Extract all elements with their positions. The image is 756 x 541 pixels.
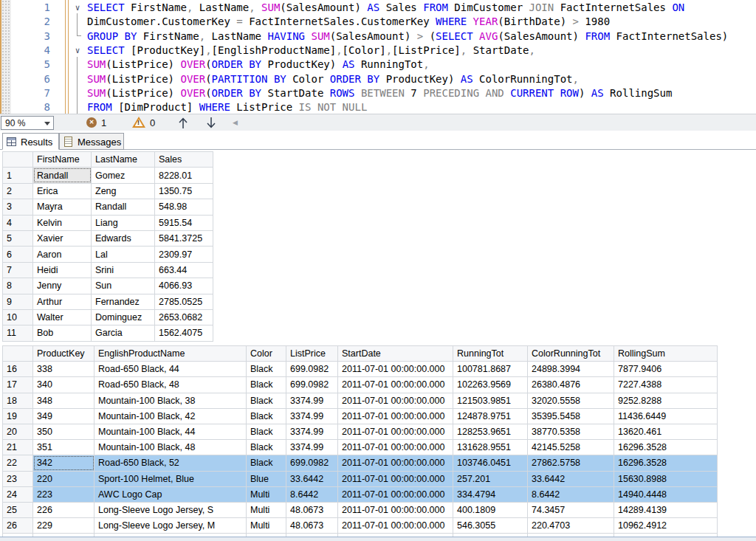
grid-cell[interactable]: Road-650 Black, 52 [94,455,247,471]
tab-messages[interactable]: Messages [59,133,124,150]
grid-cell[interactable]: 2653.0682 [155,309,213,325]
grid-cell[interactable]: 74.3457 [528,502,614,517]
row-number-cell[interactable]: 3 [3,199,33,215]
grid-cell[interactable]: 546.3055 [453,518,528,534]
row-number-cell[interactable]: 26 [3,518,33,534]
grid-cell[interactable]: 1562.4075 [155,325,213,341]
grid-column-header[interactable]: ProductKey [33,346,94,362]
row-number-cell[interactable]: 23 [3,471,33,486]
grid-cell[interactable]: Jenny [33,278,92,294]
chevron-down-icon[interactable] [44,122,50,125]
grid-cell[interactable]: 2011-07-01 00:00:00.000 [338,393,453,408]
grid-cell[interactable]: 663.44 [155,262,213,278]
row-number-cell[interactable]: 18 [3,393,33,408]
grid-cell[interactable]: 5841.3725 [155,230,213,246]
grid-cell[interactable]: 121503.9851 [453,393,528,408]
grid-cell[interactable]: 220 [33,471,94,486]
code-line[interactable]: 5SUM(ListPrice) OVER(ORDER BY ProductKey… [0,58,756,72]
grid-cell[interactable]: 24898.3994 [528,362,614,377]
grid-cell[interactable]: 2011-07-01 00:00:00.000 [338,424,453,439]
grid-cell[interactable]: 35395.5458 [528,408,614,424]
grid-cell[interactable]: AWC Logo Cap [94,486,247,502]
row-number-cell[interactable]: 20 [3,424,33,439]
row-number-cell[interactable]: 19 [3,408,33,424]
grid-column-header[interactable]: FirstName [33,152,92,168]
grid-cell[interactable]: 14289.4139 [614,502,718,517]
row-number-cell[interactable]: 22 [3,455,33,471]
grid-column-header[interactable]: RollingSum [614,346,718,362]
row-number-cell[interactable]: 7 [3,262,33,278]
grid-cell[interactable]: Randall [33,168,92,183]
grid-cell[interactable]: 340 [33,377,94,393]
grid-column-header[interactable]: LastName [92,152,155,168]
grid-corner-cell[interactable] [3,346,33,362]
zoom-level-combo[interactable]: 90 % [1,116,54,130]
grid-cell[interactable]: Multi [247,486,286,502]
grid-column-header[interactable]: EnglishProductName [94,346,247,362]
code-line[interactable]: 2DimCustomer.CustomerKey = FactInternetS… [0,15,756,29]
grid-cell[interactable]: 11436.6449 [614,408,718,424]
row-number-cell[interactable]: 10 [3,309,33,325]
grid-cell[interactable]: 229 [33,518,94,534]
grid-column-header[interactable]: Color [247,346,286,362]
grid-cell[interactable]: Long-Sleeve Logo Jersey, M [94,518,247,534]
grid-cell[interactable]: 3374.99 [286,424,338,439]
grid-cell[interactable]: 8.6442 [528,486,614,502]
grid-cell[interactable]: Long-Sleeve Logo Jersey, S [94,502,247,517]
grid-cell[interactable]: Black [247,393,286,408]
grid-cell[interactable]: Lal [92,247,155,262]
grid-cell[interactable]: 102263.9569 [453,377,528,393]
sql-code-editor[interactable]: 1∨SELECT FirstName, LastName, SUM(SalesA… [0,0,756,114]
grid-cell[interactable]: 2011-07-01 00:00:00.000 [338,362,453,377]
grid-cell[interactable]: 220.4703 [528,518,614,534]
row-number-cell[interactable]: 17 [3,377,33,393]
code-line[interactable]: 7SUM(ListPrice) OVER(ORDER BY StartDate … [0,86,756,100]
grid-cell[interactable]: 8.6442 [286,486,338,502]
grid-cell[interactable]: 26380.4876 [528,377,614,393]
grid-cell[interactable]: 350 [33,424,94,439]
grid-cell[interactable]: 699.0982 [286,362,338,377]
grid-cell[interactable]: Erica [33,183,92,199]
grid-cell[interactable]: 226 [33,502,94,517]
row-number-cell[interactable]: 8 [3,278,33,294]
grid-cell[interactable]: Mountain-100 Black, 42 [94,408,247,424]
grid-cell[interactable]: Garcia [92,325,155,341]
grid-cell[interactable]: 124878.9751 [453,408,528,424]
grid-cell[interactable]: 349 [33,408,94,424]
grid-column-header[interactable]: RunningTot [453,346,528,362]
grid-cell[interactable]: Randall [92,199,155,215]
grid-cell[interactable]: 2011-07-01 00:00:00.000 [338,440,453,455]
grid-cell[interactable]: Heidi [33,262,92,278]
grid-cell[interactable]: Xavier [33,230,92,246]
grid-column-header[interactable]: ListPrice [286,346,338,362]
grid-cell[interactable]: 2011-07-01 00:00:00.000 [338,518,453,534]
grid-cell[interactable]: Road-650 Black, 48 [94,377,247,393]
code-line[interactable]: 1∨SELECT FirstName, LastName, SUM(SalesA… [0,1,756,15]
grid-cell[interactable]: 338 [33,362,94,377]
row-number-cell[interactable]: 1 [3,168,33,183]
grid-cell[interactable]: 16296.3528 [614,455,718,471]
grid-cell[interactable]: Zeng [92,183,155,199]
grid-cell[interactable]: 548.98 [155,199,213,215]
grid-cell[interactable]: Walter [33,309,92,325]
grid-cell[interactable]: 100781.8687 [453,362,528,377]
grid-cell[interactable]: 3374.99 [286,408,338,424]
grid-cell[interactable]: 9252.8288 [614,393,718,408]
grid-cell[interactable]: 348 [33,393,94,408]
grid-cell[interactable]: 15630.8988 [614,471,718,486]
grid-cell[interactable]: Black [247,424,286,439]
grid-cell[interactable]: Multi [247,502,286,517]
grid-cell[interactable]: 2011-07-01 00:00:00.000 [338,377,453,393]
grid-cell[interactable]: Gomez [92,168,155,183]
row-number-cell[interactable]: 11 [3,325,33,341]
grid-cell[interactable]: Black [247,408,286,424]
row-number-cell[interactable]: 25 [3,502,33,517]
grid-cell[interactable]: 257.201 [453,471,528,486]
grid-cell[interactable]: 48.0673 [286,502,338,517]
row-number-cell[interactable]: 2 [3,183,33,199]
results-grid-products[interactable]: ProductKeyEnglishProductNameColorListPri… [2,345,718,537]
grid-cell[interactable]: Bob [33,325,92,341]
grid-column-header[interactable]: StartDate [338,346,453,362]
code-line[interactable]: 8FROM [DimProduct] WHERE ListPrice IS NO… [0,100,756,114]
grid-cell[interactable]: 103746.0451 [453,455,528,471]
